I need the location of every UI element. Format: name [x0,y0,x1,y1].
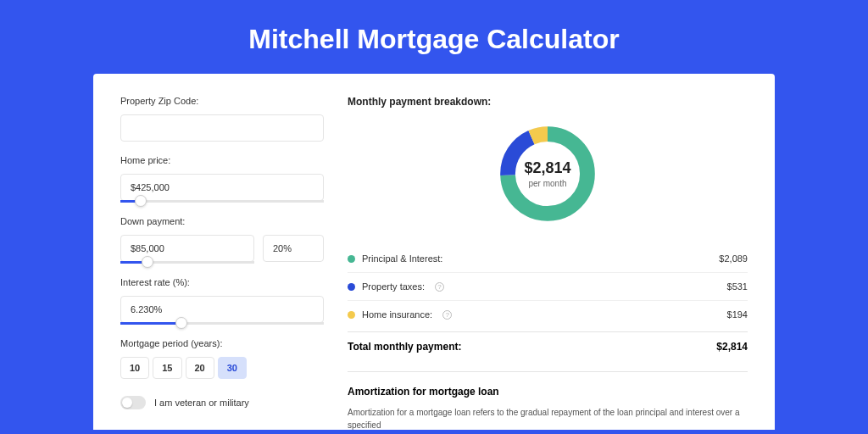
down-slider[interactable] [120,261,254,264]
rate-label: Interest rate (%): [120,277,324,287]
legend-dot [348,283,355,291]
term-button-30[interactable]: 30 [218,357,247,379]
amortization-title: Amortization for mortgage loan [348,386,748,398]
donut-sub: per month [528,179,566,188]
rate-field: Interest rate (%): [120,277,324,325]
legend-dot [348,255,355,263]
term-label: Mortgage period (years): [120,338,324,348]
term-button-20[interactable]: 20 [186,357,214,379]
breakdown-value: $2,089 [719,253,748,264]
amortization-section: Amortization for mortgage loan Amortizat… [348,371,748,430]
breakdown-label: Property taxes: [362,281,425,292]
breakdown-row: Property taxes:?$531 [348,273,748,301]
down-label: Down payment: [120,216,324,226]
down-slider-thumb[interactable] [142,256,153,268]
veteran-label: I am veteran or military [154,398,249,408]
zip-label: Property Zip Code: [120,96,324,106]
breakdown-list: Principal & Interest:$2,089Property taxe… [348,245,748,328]
price-input[interactable] [120,174,324,201]
info-icon[interactable]: ? [435,282,444,292]
total-value: $2,814 [716,341,748,353]
page-title: Mitchell Mortgage Calculator [0,0,868,74]
term-button-15[interactable]: 15 [153,357,181,379]
price-label: Home price: [120,155,324,165]
calculator-card: Property Zip Code: Home price: Down paym… [93,74,775,430]
legend-dot [348,311,355,319]
term-field: Mortgage period (years): 10152030 [120,338,324,379]
breakdown-label: Principal & Interest: [362,253,442,264]
donut-amount: $2,814 [524,159,570,177]
zip-input[interactable] [120,114,324,142]
donut-center: $2,814 per month [495,121,600,226]
toggle-knob [122,398,132,408]
info-icon[interactable]: ? [442,310,452,320]
zip-field: Property Zip Code: [120,96,324,142]
breakdown-row: Principal & Interest:$2,089 [348,245,748,273]
down-field: Down payment: [120,216,324,264]
down-percent-input[interactable] [263,235,324,262]
rate-slider-thumb[interactable] [175,317,187,329]
price-field: Home price: [120,155,324,203]
veteran-row: I am veteran or military [120,396,324,409]
rate-input[interactable] [120,296,324,323]
form-column: Property Zip Code: Home price: Down paym… [120,96,324,430]
breakdown-title: Monthly payment breakdown: [348,96,748,108]
price-slider-thumb[interactable] [135,195,147,207]
amortization-text: Amortization for a mortgage loan refers … [348,406,748,430]
price-slider[interactable] [120,200,324,203]
breakdown-value: $194 [727,309,748,320]
breakdown-row: Home insurance:?$194 [348,301,748,328]
breakdown-column: Monthly payment breakdown: $2,814 per mo… [348,96,748,430]
total-row: Total monthly payment: $2,814 [348,331,748,368]
total-label: Total monthly payment: [348,341,461,353]
down-amount-input[interactable] [120,235,254,262]
rate-slider[interactable] [120,322,324,325]
term-button-10[interactable]: 10 [120,357,149,379]
donut-chart: $2,814 per month [495,121,600,226]
donut-chart-wrap: $2,814 per month [348,121,748,226]
breakdown-label: Home insurance: [362,309,432,320]
breakdown-value: $531 [727,281,748,292]
veteran-toggle[interactable] [120,396,146,409]
